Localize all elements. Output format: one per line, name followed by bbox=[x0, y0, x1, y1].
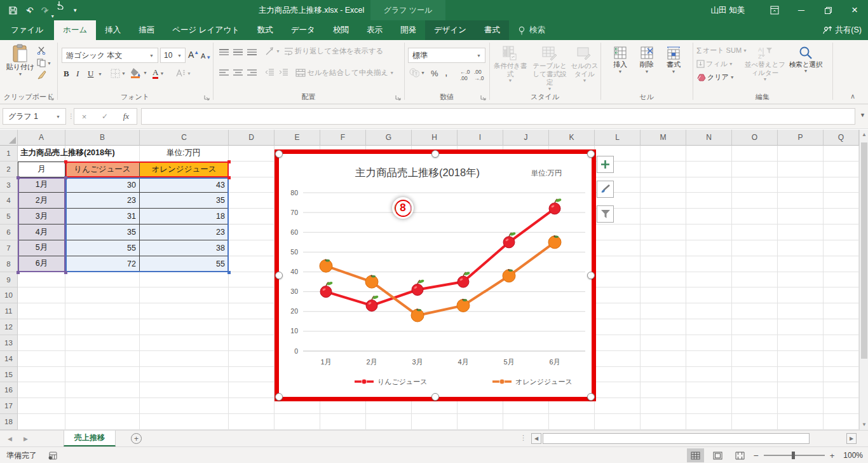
cell-C12[interactable] bbox=[140, 319, 229, 335]
row-header-9[interactable]: 9 bbox=[0, 272, 18, 288]
cell-L10[interactable] bbox=[595, 287, 641, 303]
cell-F18[interactable] bbox=[320, 414, 366, 430]
align-top-button[interactable] bbox=[219, 48, 229, 57]
row-header-7[interactable]: 7 bbox=[0, 240, 18, 256]
cell-P9[interactable] bbox=[778, 272, 824, 288]
cell-C8[interactable]: 55 bbox=[140, 256, 229, 272]
cell-B8[interactable]: 72 bbox=[65, 256, 140, 272]
cell-N14[interactable] bbox=[686, 351, 732, 367]
tell-me-search[interactable]: 検索 bbox=[509, 20, 554, 40]
tab-contextual-書式[interactable]: 書式 bbox=[475, 20, 509, 40]
cell-L16[interactable] bbox=[595, 382, 641, 398]
cell-L7[interactable] bbox=[595, 240, 641, 256]
cell-N12[interactable] bbox=[686, 319, 732, 335]
cell-B3[interactable]: 30 bbox=[65, 177, 140, 193]
row-header-18[interactable]: 18 bbox=[0, 414, 18, 430]
cell-A10[interactable] bbox=[18, 287, 65, 303]
cell-A12[interactable] bbox=[18, 319, 65, 335]
cell-G18[interactable] bbox=[366, 414, 412, 430]
cell-D1[interactable] bbox=[229, 146, 275, 162]
increase-decimal-button[interactable]: ←.0.00 bbox=[460, 69, 470, 81]
chart-annotation-frame[interactable]: 010203040506070801月2月3月4月5月6月主力商品売上推移(20… bbox=[275, 149, 596, 401]
apple-marker-1[interactable] bbox=[320, 281, 333, 297]
increase-indent-button[interactable] bbox=[279, 68, 288, 76]
cell-O1[interactable] bbox=[732, 146, 778, 162]
cell-B15[interactable] bbox=[65, 367, 140, 383]
tab-file[interactable]: ファイル bbox=[0, 20, 54, 40]
cell-C11[interactable] bbox=[140, 303, 229, 319]
share-button[interactable]: 共有(S) bbox=[823, 20, 862, 40]
cell-B17[interactable] bbox=[65, 398, 140, 414]
cell-P8[interactable] bbox=[778, 256, 824, 272]
macro-record-icon[interactable] bbox=[48, 452, 57, 460]
cell-O8[interactable] bbox=[732, 256, 778, 272]
cell-M6[interactable] bbox=[641, 225, 686, 240]
cell-N5[interactable] bbox=[686, 209, 732, 225]
cell-D2[interactable] bbox=[229, 162, 275, 177]
orange-marker-1[interactable] bbox=[320, 259, 332, 272]
cell-N15[interactable] bbox=[686, 367, 732, 383]
cell-D15[interactable] bbox=[229, 367, 275, 383]
series-range-handle[interactable] bbox=[227, 160, 231, 163]
cell-C1[interactable]: 単位:万円 bbox=[140, 146, 229, 162]
cell-C15[interactable] bbox=[140, 367, 229, 383]
column-header-D[interactable]: D bbox=[229, 130, 275, 146]
cell-P11[interactable] bbox=[778, 303, 824, 319]
cell-O17[interactable] bbox=[732, 398, 778, 414]
cell-Q8[interactable] bbox=[824, 256, 859, 272]
cell-H18[interactable] bbox=[412, 414, 458, 430]
tab-contextual-デザイン[interactable]: デザイン bbox=[425, 20, 475, 40]
cell-M3[interactable] bbox=[641, 177, 686, 193]
selection-handle-1[interactable] bbox=[431, 150, 439, 158]
cell-Q4[interactable] bbox=[824, 193, 859, 209]
tab-挿入[interactable]: 挿入 bbox=[96, 20, 130, 40]
cell-I18[interactable] bbox=[458, 414, 503, 430]
cell-M11[interactable] bbox=[641, 303, 686, 319]
cell-B7[interactable]: 55 bbox=[65, 240, 140, 256]
customize-qat-icon[interactable]: ▼ bbox=[72, 8, 78, 13]
number-dialog-launcher[interactable] bbox=[480, 95, 487, 101]
cell-O18[interactable] bbox=[732, 414, 778, 430]
cell-B14[interactable] bbox=[65, 351, 140, 367]
row-header-17[interactable]: 17 bbox=[0, 398, 18, 414]
merge-center-button[interactable]: セルを結合して中央揃え ▼ bbox=[295, 68, 394, 78]
cell-M13[interactable] bbox=[641, 335, 686, 351]
cell-Q14[interactable] bbox=[824, 351, 859, 367]
cell-N7[interactable] bbox=[686, 240, 732, 256]
cell-B6[interactable]: 35 bbox=[65, 225, 140, 240]
cell-O2[interactable] bbox=[732, 162, 778, 177]
vertical-scrollbar[interactable]: ▲ ▼ bbox=[859, 130, 868, 430]
format-as-table-button[interactable]: テーブルとして書式設定 ▼ bbox=[530, 45, 569, 92]
tab-描画[interactable]: 描画 bbox=[130, 20, 163, 40]
cell-B10[interactable] bbox=[65, 287, 140, 303]
sales-line-chart[interactable]: 010203040506070801月2月3月4月5月6月主力商品売上推移(20… bbox=[279, 154, 592, 397]
increase-font-button[interactable]: A▲ bbox=[188, 50, 199, 60]
column-header-J[interactable]: J bbox=[503, 130, 549, 146]
category-range-handle[interactable] bbox=[64, 271, 67, 274]
cell-C7[interactable]: 38 bbox=[140, 240, 229, 256]
category-range-handle[interactable] bbox=[17, 271, 20, 274]
cell-P2[interactable] bbox=[778, 162, 824, 177]
cell-Q16[interactable] bbox=[824, 382, 859, 398]
cell-Q12[interactable] bbox=[824, 319, 859, 335]
zoom-slider[interactable] bbox=[764, 455, 825, 456]
cell-M5[interactable] bbox=[641, 209, 686, 225]
format-cells-button[interactable]: 書式 ▼ bbox=[661, 45, 686, 75]
cell-A4[interactable]: 2月 bbox=[18, 193, 65, 209]
cell-B16[interactable] bbox=[65, 382, 140, 398]
cell-D9[interactable] bbox=[229, 272, 275, 288]
cell-L18[interactable] bbox=[595, 414, 641, 430]
cell-N16[interactable] bbox=[686, 382, 732, 398]
orange-marker-2[interactable] bbox=[365, 275, 378, 288]
next-sheet-icon[interactable]: ▶ bbox=[24, 436, 28, 442]
cell-B13[interactable] bbox=[65, 335, 140, 351]
cell-O9[interactable] bbox=[732, 272, 778, 288]
tab-scroll-splitter[interactable]: ⋮ bbox=[520, 434, 527, 442]
insert-function-icon[interactable]: fx bbox=[123, 111, 129, 121]
selection-handle-7[interactable] bbox=[587, 393, 595, 401]
tab-校閲[interactable]: 校閲 bbox=[324, 20, 358, 40]
cell-P6[interactable] bbox=[778, 225, 824, 240]
cell-A11[interactable] bbox=[18, 303, 65, 319]
font-dialog-launcher[interactable] bbox=[204, 95, 210, 101]
chart-styles-button[interactable] bbox=[597, 181, 614, 198]
